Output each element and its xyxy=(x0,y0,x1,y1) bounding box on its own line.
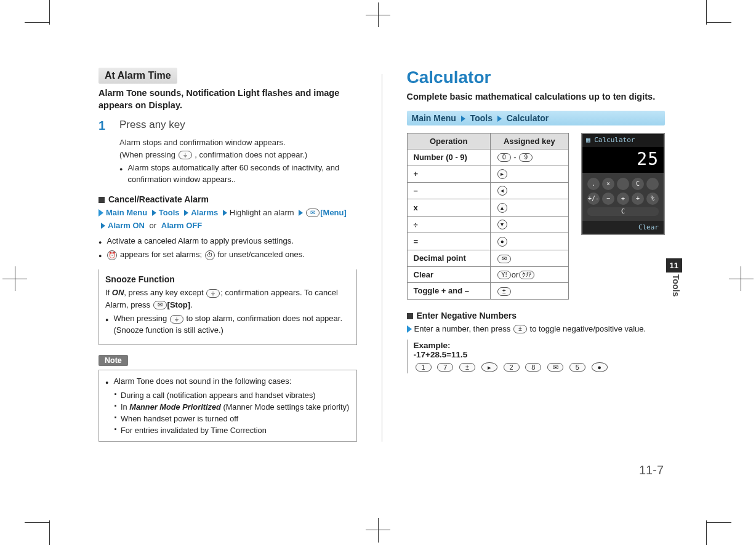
calc-softkey: Clear xyxy=(582,221,664,234)
calculator-heading: Calculator xyxy=(407,68,666,87)
step-line: Alarm stops and confirmation window appe… xyxy=(119,137,357,149)
arrow-icon xyxy=(495,113,504,123)
dot-icon xyxy=(114,389,117,401)
chevron-icon xyxy=(407,324,414,333)
step-line: (When pressing ⏚ , confirmation does not… xyxy=(119,149,357,161)
nav-alarms: Alarms xyxy=(191,208,218,217)
nav-left-key-icon: ◂ xyxy=(497,186,507,196)
key-cell: 0 - 9 xyxy=(490,149,568,165)
calculator-screenshot: ▦ Calculator 25 .×C +/-−÷+% C Clear xyxy=(581,133,665,235)
right-column: Calculator Complete basic mathematical c… xyxy=(407,68,666,442)
example-label: Example: xyxy=(414,341,666,350)
bullet-item: When pressing ⏚ to stop alarm, confirmat… xyxy=(105,313,350,336)
pad-key: +/- xyxy=(587,193,600,205)
op-cell: Toggle + and – xyxy=(407,283,490,300)
one-key-icon: 1 xyxy=(416,363,432,372)
text: When pressing xyxy=(113,314,169,323)
stop-label: [Stop] xyxy=(167,300,191,309)
th-operation: Operation xyxy=(407,133,490,149)
op-cell: Decimal point xyxy=(407,250,490,266)
table-row: Toggle + and – ± xyxy=(407,283,569,300)
breadcrumb: Main Menu Tools Calculator xyxy=(407,111,666,125)
center-key-icon: ● xyxy=(497,237,507,247)
key-cell: ± xyxy=(490,283,568,300)
pad-key: − xyxy=(602,193,614,205)
key-cell: ▴ xyxy=(490,199,568,217)
note-intro: Alarm Tone does not sound in the followi… xyxy=(113,376,291,388)
mail-key-icon: ✉ xyxy=(153,301,167,309)
chapter-tab: 11 xyxy=(666,258,682,272)
table-row: Number (0 - 9) 0 - 9 xyxy=(407,149,569,165)
table-header-row: Operation Assigned key xyxy=(407,133,569,149)
text: For entries invalidated by Time Correcti… xyxy=(121,424,267,436)
op-cell: ÷ xyxy=(407,216,490,233)
text: x xyxy=(414,203,418,212)
key-cell: ✉ xyxy=(490,250,568,266)
clear-key-icon: ｸﾘｱ xyxy=(519,271,534,279)
example-box: Example: -17+28.5=11.5 1 7 ± ▸ 2 8 ✉ 5 ● xyxy=(407,340,666,373)
text: = xyxy=(414,237,419,246)
th-assigned-key: Assigned key xyxy=(490,133,568,149)
text: In xyxy=(121,402,129,412)
nav-highlight: Highlight an alarm xyxy=(230,208,294,217)
square-bullet-icon xyxy=(407,313,413,319)
heading-text: Enter Negative Numbers xyxy=(417,311,517,320)
mail-key-icon: ✉ xyxy=(497,255,511,263)
op-cell: + xyxy=(407,165,490,183)
bullet-text: ⏰ appears for set alarms; ⏱ for unset/ca… xyxy=(107,249,304,261)
pad-key-wide: C xyxy=(587,207,659,216)
text: appears for set alarms; xyxy=(120,250,204,259)
arrow-icon xyxy=(150,208,159,217)
nav-tools: Tools xyxy=(159,208,180,217)
pad-key: × xyxy=(602,178,614,190)
key-cell: Y!orｸﾘｱ xyxy=(490,266,568,283)
snooze-title: Snooze Function xyxy=(105,274,350,284)
bullet-icon xyxy=(99,249,102,261)
bullet-item: Alarm Tone does not sound in the followi… xyxy=(105,376,350,388)
bullet-icon xyxy=(105,376,108,388)
bullet-text: Activate a canceled Alarm to apply previ… xyxy=(107,236,294,247)
bc-tools: Tools xyxy=(470,113,493,123)
alarm-lead-text: Alarm Tone sounds, Notification Light fl… xyxy=(99,87,357,111)
op-cell: = xyxy=(407,233,490,250)
text: . xyxy=(190,300,193,309)
arrow-icon xyxy=(182,208,191,217)
toggle-sign-key-icon: ± xyxy=(513,325,527,333)
pad-key: . xyxy=(587,178,600,190)
bullet-text: When pressing ⏚ to stop alarm, confirmat… xyxy=(113,313,350,336)
enter-negative-heading: Enter Negative Numbers xyxy=(407,311,666,320)
bullet-icon xyxy=(105,313,108,336)
table-row: Clear Y!orｸﾘｱ xyxy=(407,266,569,283)
eight-key-icon: 8 xyxy=(525,363,541,372)
text: Enter a number, then press xyxy=(414,324,513,333)
op-cell: – xyxy=(407,182,490,199)
arrow-icon xyxy=(99,221,108,230)
nav-path: Main Menu Tools Alarms Highlight an alar… xyxy=(99,207,357,233)
text: During a call (notification appears and … xyxy=(121,389,316,401)
text: – xyxy=(414,186,418,195)
note-subitem: For entries invalidated by Time Correcti… xyxy=(114,424,350,436)
note-subitem: In Manner Mode Prioritized (Manner Mode … xyxy=(114,401,350,413)
bc-main: Main Menu xyxy=(412,113,456,123)
key-cell: ◂ xyxy=(490,182,568,199)
step-number: 1 xyxy=(99,119,112,133)
note-box: Alarm Tone does not sound in the followi… xyxy=(99,370,357,442)
pad-key: C xyxy=(632,178,644,190)
text: ÷ xyxy=(414,220,418,229)
text: + xyxy=(414,169,419,178)
step-title: Press any key xyxy=(119,119,185,133)
table-row: – ◂ xyxy=(407,182,569,199)
nav-menu-label: [Menu] xyxy=(320,208,347,217)
bc-calculator: Calculator xyxy=(507,113,549,123)
two-key-icon: 2 xyxy=(504,363,520,372)
bullet-item: Alarm stops automatically after 60 secon… xyxy=(119,162,357,186)
snooze-box: Snooze Function If ON, press any key exc… xyxy=(99,269,357,345)
end-call-key-icon: ⏚ xyxy=(179,151,192,159)
calc-row: Operation Assigned key Number (0 - 9) 0 … xyxy=(407,133,666,300)
text: Number (0 - 9) xyxy=(414,153,467,162)
page-number: 11-7 xyxy=(639,463,664,477)
heading-text: Cancel/Reactivate Alarm xyxy=(108,194,209,204)
table-row: x ▴ xyxy=(407,199,569,217)
table-row: ÷ ▾ xyxy=(407,216,569,233)
center-key-icon: ● xyxy=(592,362,608,372)
